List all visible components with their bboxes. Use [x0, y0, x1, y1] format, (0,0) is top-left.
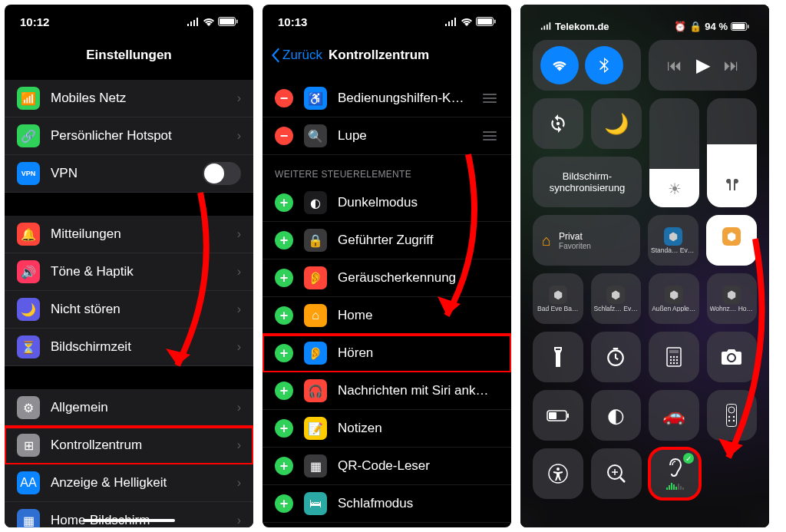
mobiles-netz-icon: 📶 — [17, 87, 40, 110]
bildschirmzeit-icon: ⏳ — [17, 335, 40, 359]
gef-hrter-zugriff-icon: 🔒 — [304, 229, 327, 252]
svg-point-27 — [728, 416, 730, 418]
settings-row-pers-nlicher-hotspot[interactable]: 🔗Persönlicher Hotspot› — [5, 117, 253, 155]
more-control-schlafmodus[interactable]: +🛏Schlafmodus — [263, 485, 511, 523]
brightness-slider[interactable]: ☀ — [649, 98, 699, 207]
settings-row-mobiles-netz[interactable]: 📶Mobiles Netz› — [5, 80, 253, 117]
add-button[interactable]: + — [275, 457, 293, 475]
wifi-toggle[interactable] — [540, 46, 579, 84]
vpn-toggle[interactable] — [203, 162, 241, 185]
more-control-ger-uscherkennung[interactable]: +👂Geräuscherkennung — [263, 259, 511, 297]
timer-tile[interactable] — [591, 332, 642, 382]
status-indicators — [444, 17, 496, 26]
home-tile[interactable]: ⌂ Privat Favoriten — [533, 215, 640, 266]
row-label: Bedienungshilfen-K… — [338, 91, 470, 106]
bluetooth-toggle[interactable] — [585, 46, 623, 84]
add-button[interactable]: + — [275, 231, 293, 249]
remove-button[interactable]: − — [275, 89, 293, 107]
included-control-bedienungshilfen-k-[interactable]: −♿Bedienungshilfen-K… — [263, 80, 511, 117]
airpods-icon — [723, 176, 741, 198]
dark-mode-tile[interactable]: ◐ — [591, 390, 642, 441]
settings-row-vpn[interactable]: VPNVPN — [5, 155, 253, 193]
screen-mirroring-tile[interactable]: Bildschirm- synchronisierung — [533, 157, 642, 207]
home-accessory-tile[interactable]: ⬢Standa… Eve Th… — [648, 215, 698, 266]
chevron-right-icon: › — [237, 302, 241, 316]
add-button[interactable]: + — [275, 419, 293, 438]
home-accessory-tile[interactable]: ⬢Büro Eve Th… — [706, 215, 757, 266]
svg-point-15 — [676, 356, 678, 358]
row-label: Kontrollzentrum — [51, 438, 226, 453]
add-button[interactable]: + — [275, 382, 293, 400]
home-indicator[interactable] — [83, 519, 175, 522]
home-accessory-tile[interactable]: ⬢Bad Eve Ba… — [533, 273, 583, 324]
battery-percent: 94 % — [705, 21, 728, 32]
dnd-tile[interactable]: 🌙 — [591, 98, 642, 149]
tile-label: Büro Eve Th… — [710, 247, 753, 254]
play-icon[interactable]: ▶ — [696, 55, 710, 76]
row-label: Home — [338, 308, 499, 323]
home-accessory-tile[interactable]: ⬢Außen Apple… — [649, 273, 699, 324]
settings-row-kontrollzentrum[interactable]: ⊞Kontrollzentrum› — [5, 427, 253, 464]
more-control-nachrichten-mit-siri-ank-[interactable]: +🎧Nachrichten mit Siri ank… — [263, 372, 511, 410]
apple-tv-remote-tile[interactable] — [707, 390, 758, 441]
chevron-right-icon: › — [237, 476, 241, 490]
remove-button[interactable]: − — [275, 127, 293, 145]
flashlight-tile[interactable] — [533, 332, 583, 382]
settings-row-t-ne-haptik[interactable]: 🔊Töne & Haptik› — [5, 253, 253, 291]
bedienungshilfen-k--icon: ♿ — [304, 87, 327, 110]
allgemein-icon: ⚙ — [17, 396, 40, 419]
more-control-gef-hrter-zugriff[interactable]: +🔒Geführter Zugriff — [263, 222, 511, 259]
settings-row-allgemein[interactable]: ⚙Allgemein› — [5, 389, 253, 427]
add-button[interactable]: + — [275, 306, 293, 325]
magnifier-tile[interactable] — [591, 448, 642, 499]
connectivity-group[interactable] — [533, 40, 641, 91]
back-button[interactable]: Zurück — [272, 48, 322, 63]
add-button[interactable]: + — [275, 494, 293, 513]
hearing-tile[interactable]: ✓ — [649, 448, 700, 499]
status-time: 10:13 — [278, 15, 307, 28]
more-control-home[interactable]: +⌂Home — [263, 297, 511, 335]
svg-point-29 — [728, 420, 730, 421]
accessory-icon: ⬢ — [665, 286, 683, 304]
anzeige-helligkeit-icon: AA — [17, 471, 40, 494]
status-indicators — [187, 17, 238, 26]
more-control-dunkelmodus[interactable]: +◐Dunkelmodus — [263, 184, 511, 222]
settings-row-home-bildschirm[interactable]: ▦Home-Bildschirm› — [5, 502, 253, 527]
rotation-lock-tile[interactable] — [533, 98, 583, 149]
calculator-tile[interactable] — [649, 332, 699, 382]
add-button[interactable]: + — [275, 344, 293, 362]
drag-handle[interactable] — [481, 131, 499, 140]
settings-row-nicht-st-ren[interactable]: 🌙Nicht stören› — [5, 291, 253, 329]
status-bar: 10:12 — [5, 5, 253, 38]
svg-point-16 — [670, 359, 672, 361]
add-button[interactable]: + — [275, 269, 293, 287]
carplay-tile[interactable]: 🚗 — [649, 390, 699, 441]
row-label: Persönlicher Hotspot — [51, 128, 226, 144]
more-control-notizen[interactable]: +📝Notizen — [263, 410, 511, 448]
row-label: VPN — [51, 166, 192, 181]
home-accessory-tile[interactable]: ⬢Schlafz… Eve En… — [591, 273, 642, 324]
prev-track-icon[interactable]: ⏮ — [667, 57, 682, 74]
volume-slider[interactable] — [707, 98, 757, 207]
included-control-lupe[interactable]: −🔍Lupe — [263, 117, 511, 155]
row-label: Bildschirmzeit — [51, 339, 226, 355]
chevron-right-icon: › — [237, 265, 241, 279]
low-power-tile[interactable] — [533, 390, 583, 441]
accessibility-tile[interactable] — [533, 448, 583, 499]
next-track-icon[interactable]: ⏭ — [724, 57, 739, 74]
media-controls[interactable]: ⏮ ▶ ⏭ — [649, 40, 757, 91]
settings-row-anzeige-helligkeit[interactable]: AAAnzeige & Helligkeit› — [5, 464, 253, 502]
row-label: Nachrichten mit Siri ank… — [338, 383, 499, 398]
home-accessory-tile[interactable]: ⬢Wohnz… Home… — [707, 273, 758, 324]
kontrollzentrum-icon: ⊞ — [17, 434, 40, 457]
camera-tile[interactable] — [707, 332, 758, 382]
tile-label: Schlafz… Eve En… — [594, 306, 639, 312]
notizen-icon: 📝 — [304, 417, 327, 440]
chevron-right-icon: › — [237, 401, 241, 415]
add-button[interactable]: + — [275, 193, 293, 212]
more-control-qr-code-leser[interactable]: +▦QR-Code-Leser — [263, 448, 511, 485]
more-control-h-ren[interactable]: +👂Hören — [263, 335, 511, 372]
drag-handle[interactable] — [481, 94, 499, 103]
settings-row-bildschirmzeit[interactable]: ⏳Bildschirmzeit› — [5, 329, 253, 366]
settings-row-mitteilungen[interactable]: 🔔Mitteilungen› — [5, 216, 253, 253]
